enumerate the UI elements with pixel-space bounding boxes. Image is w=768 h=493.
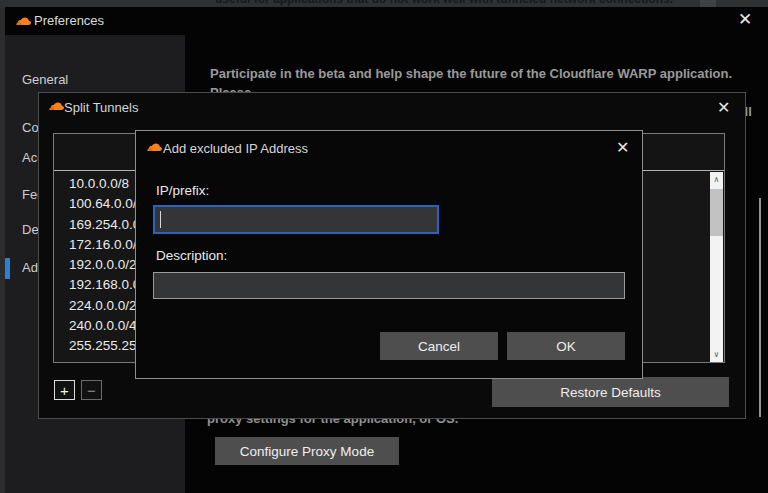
close-icon[interactable]: ✕ [738,12,752,28]
background-clipped-text: useful for applications that do not work… [215,0,673,6]
description-input[interactable] [153,272,625,299]
close-icon[interactable]: ✕ [616,140,629,156]
sidebar-item[interactable]: General [22,72,68,87]
add-ip-button[interactable]: + [54,380,75,400]
sidebar-selection-indicator [5,258,10,279]
ip-list-scrollbar[interactable]: ∧ ∨ [710,172,723,362]
split-tunnels-title: Split Tunnels [64,100,138,115]
close-icon[interactable]: ✕ [717,100,730,116]
scroll-down-icon[interactable]: ∨ [710,347,723,362]
preferences-window: Preferences ✕ GeneralConnectionAccountFe… [5,7,768,493]
background-scrollbar-fragment [700,0,716,7]
cloudflare-logo-icon [15,16,32,27]
restore-defaults-button[interactable]: Restore Defaults [492,377,729,407]
background-window-strip: useful for applications that do not work… [0,0,768,7]
remove-ip-button[interactable]: − [81,380,102,400]
ip-prefix-label: IP/prefix: [156,183,209,198]
scroll-up-icon[interactable]: ∧ [710,172,723,187]
configure-proxy-mode-button[interactable]: Configure Proxy Mode [215,437,399,465]
preferences-scrollbar[interactable] [759,198,761,417]
ip-prefix-input[interactable] [153,205,439,234]
add-dialog-title: Add excluded IP Address [163,141,308,156]
preferences-titlebar[interactable]: Preferences ✕ [5,7,768,35]
cloudflare-logo-icon [48,101,65,112]
scrollbar-thumb[interactable] [710,189,723,236]
add-excluded-ip-dialog: Add excluded IP Address ✕ IP/prefix: Des… [135,130,643,379]
cancel-button[interactable]: Cancel [380,332,498,360]
text-cursor [160,211,161,228]
ok-button[interactable]: OK [507,332,625,360]
cloudflare-logo-icon [146,142,163,153]
description-label: Description: [156,248,227,263]
window-title: Preferences [34,13,104,28]
